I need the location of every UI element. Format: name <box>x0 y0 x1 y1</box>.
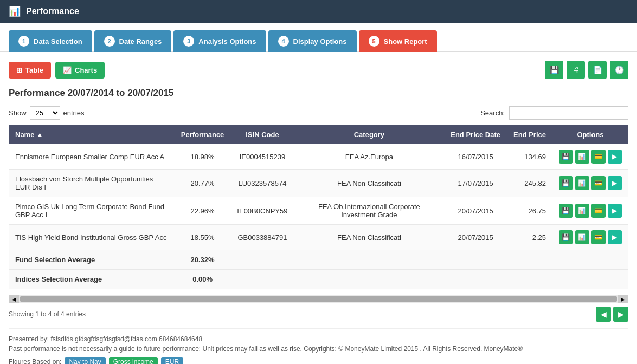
app-header-icon: 📊 <box>9 5 21 17</box>
row-extra-btn[interactable]: ▶ <box>608 150 622 164</box>
col-performance: Performance <box>175 125 230 144</box>
row-info-btn[interactable]: 💳 <box>591 150 606 164</box>
cell-name: Ennismore European Smaller Comp EUR Acc … <box>9 144 175 170</box>
tab-number-5: 5 <box>369 36 379 47</box>
cell-end-price-date: 20/07/2015 <box>444 197 507 225</box>
table-button[interactable]: ⊞ Table <box>9 62 51 79</box>
table-header-row: Name ▲ Performance ISIN Code Category En… <box>9 125 628 144</box>
scrollbar-thumb[interactable] <box>20 296 617 302</box>
row-info-btn[interactable]: 💳 <box>591 230 606 244</box>
row-extra-btn[interactable]: ▶ <box>608 176 622 190</box>
col-end-price-date: End Price Date <box>444 125 507 144</box>
tab-number-2: 2 <box>104 36 115 47</box>
table-icon: ⊞ <box>16 66 22 74</box>
presented-by: Presented by: fsfsdfds gfdsgfdsgfdsgfsd@… <box>9 335 628 343</box>
cell-options: 💾 📊 💳 ▶ <box>552 197 628 225</box>
tab-date-ranges[interactable]: 2 Date Ranges <box>94 30 172 52</box>
col-name: Name ▲ <box>9 125 175 144</box>
app-header-title: Performance <box>26 6 79 16</box>
cell-end-price: 2.25 <box>507 225 552 250</box>
data-table: Name ▲ Performance ISIN Code Category En… <box>9 125 628 289</box>
tab-display-options[interactable]: 4 Display Options <box>268 30 357 52</box>
cell-isin: IE00B0CNPY59 <box>230 197 294 225</box>
cell-name: Pimco GIS Uk Long Term Corporate Bond Fu… <box>9 197 175 225</box>
cell-isin: LU0323578574 <box>230 170 294 197</box>
scroll-right-arrow[interactable]: ▶ <box>618 295 628 303</box>
pdf-button[interactable]: 📄 <box>588 61 607 79</box>
cell-end-price: 245.82 <box>507 170 552 197</box>
tab-number-3: 3 <box>183 36 194 47</box>
cell-options: 💾 📊 💳 ▶ <box>552 225 628 250</box>
prev-page-button[interactable]: ◀ <box>596 307 611 322</box>
tab-label-display-options: Display Options <box>293 37 347 46</box>
tag-gross-income: Gross income <box>109 357 158 364</box>
tab-data-selection[interactable]: 1 Data Selection <box>9 30 92 52</box>
col-options: Options <box>552 125 628 144</box>
tab-number-4: 4 <box>278 36 289 47</box>
table-row: Ennismore European Smaller Comp EUR Acc … <box>9 144 628 170</box>
showing-text: Showing 1 to 4 of 4 entries <box>9 310 86 318</box>
row-save-btn[interactable]: 💾 <box>559 204 573 218</box>
tab-analysis-options[interactable]: 3 Analysis Options <box>173 30 266 52</box>
cell-end-price-date: 20/07/2015 <box>444 225 507 250</box>
row-chart-btn[interactable]: 📊 <box>575 204 589 218</box>
scroll-left-arrow[interactable]: ◀ <box>9 295 19 303</box>
row-extra-btn[interactable]: ▶ <box>608 230 622 244</box>
save-button[interactable]: 💾 <box>545 61 563 79</box>
cell-category: FEA Ob.Internazionali Corporate Investme… <box>294 197 445 225</box>
toolbar-right: 💾 🖨 📄 🕐 <box>545 61 628 79</box>
table-row: Flossbach von Storch Multiple Opportunit… <box>9 170 628 197</box>
row-info-btn[interactable]: 💳 <box>591 176 606 190</box>
search-right: Search: <box>480 106 628 120</box>
next-page-button[interactable]: ▶ <box>613 307 628 322</box>
entries-label: entries <box>63 109 85 117</box>
col-category: Category <box>294 125 445 144</box>
tag-nav-to-nav: Nav to Nav <box>65 357 105 364</box>
charts-button[interactable]: 📈 Charts <box>55 62 105 79</box>
toolbar-row: ⊞ Table 📈 Charts 💾 🖨 📄 🕐 <box>9 61 628 79</box>
scrollbar[interactable]: ◀ ▶ <box>9 295 628 303</box>
row-chart-btn[interactable]: 📊 <box>575 230 589 244</box>
cell-performance: 20.77% <box>175 170 230 197</box>
col-end-price: End Price <box>507 125 552 144</box>
app-header: 📊 Performance <box>0 0 637 23</box>
cell-options: 💾 📊 💳 ▶ <box>552 170 628 197</box>
pagination: ◀ ▶ <box>596 307 628 322</box>
summary-row: Fund Selection Average 20.32% <box>9 250 628 270</box>
cell-name: Flossbach von Storch Multiple Opportunit… <box>9 170 175 197</box>
footer-tags: Figures Based on: Nav to Nav Gross incom… <box>9 357 628 364</box>
search-label: Search: <box>480 109 505 117</box>
tab-show-report[interactable]: 5 Show Report <box>359 30 437 52</box>
charts-icon: 📈 <box>63 66 72 74</box>
summary-label: Indices Selection Average <box>9 270 175 289</box>
cell-isin: GB0033884791 <box>230 225 294 250</box>
entries-select[interactable]: 25 50 100 <box>30 106 60 120</box>
print-button[interactable]: 🖨 <box>567 61 585 79</box>
row-chart-btn[interactable]: 📊 <box>575 150 589 164</box>
cell-performance: 18.55% <box>175 225 230 250</box>
cell-options: 💾 📊 💳 ▶ <box>552 144 628 170</box>
summary-row: Indices Selection Average 0.00% <box>9 270 628 289</box>
disclaimer: Past performance is not necessarily a gu… <box>9 345 628 353</box>
table-row: TIS High Yield Bond Institutional Gross … <box>9 225 628 250</box>
summary-label: Fund Selection Average <box>9 250 175 270</box>
cell-name: TIS High Yield Bond Institutional Gross … <box>9 225 175 250</box>
tab-label-data-selection: Data Selection <box>34 37 82 46</box>
row-extra-btn[interactable]: ▶ <box>608 204 622 218</box>
summary-value: 0.00% <box>175 270 230 289</box>
row-save-btn[interactable]: 💾 <box>559 230 573 244</box>
show-label: Show <box>9 109 27 117</box>
schedule-button[interactable]: 🕐 <box>610 61 628 79</box>
tab-label-analysis-options: Analysis Options <box>198 37 256 46</box>
row-chart-btn[interactable]: 📊 <box>575 176 589 190</box>
row-info-btn[interactable]: 💳 <box>591 204 606 218</box>
row-save-btn[interactable]: 💾 <box>559 150 573 164</box>
row-save-btn[interactable]: 💾 <box>559 176 573 190</box>
tab-label-date-ranges: Date Ranges <box>119 37 162 46</box>
cell-end-price-date: 17/07/2015 <box>444 170 507 197</box>
cell-category: FEA Az.Europa <box>294 144 445 170</box>
entries-row: Show 25 50 100 entries Search: <box>9 106 628 120</box>
cell-end-price: 134.69 <box>507 144 552 170</box>
search-input[interactable] <box>509 106 628 120</box>
report-title: Performance 20/07/2014 to 20/07/2015 <box>9 88 628 99</box>
